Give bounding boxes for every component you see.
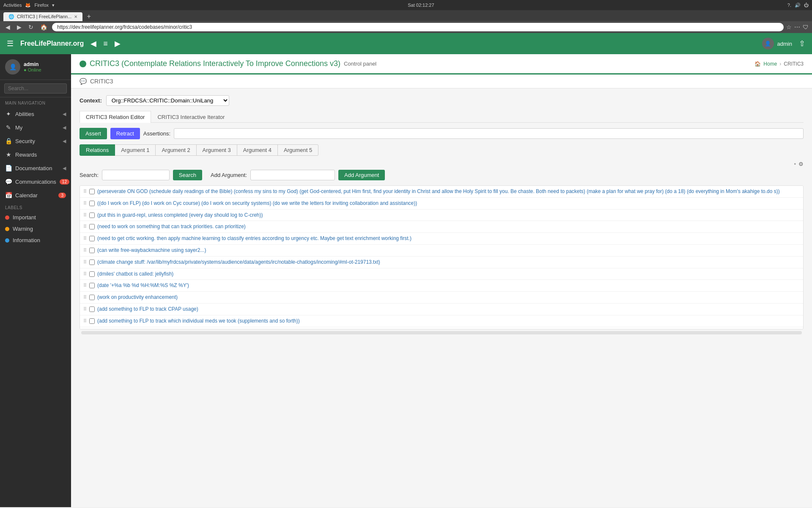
list-item: ⠿ (climate change stuff: /var/lib/myfrdc… bbox=[80, 257, 803, 268]
main-nav-label: MAIN NAVIGATION bbox=[0, 97, 71, 107]
nav-list-icon[interactable]: ≡ bbox=[103, 39, 108, 48]
drag-handle[interactable]: ⠿ bbox=[83, 318, 87, 324]
sub-header: 💬 CRITIC3 bbox=[71, 75, 812, 88]
hamburger-icon[interactable]: ☰ bbox=[7, 39, 14, 48]
drag-handle[interactable]: ⠿ bbox=[83, 271, 87, 277]
item-text[interactable]: (climate change stuff: /var/lib/myfrdcsa… bbox=[97, 259, 380, 266]
speaker-icon[interactable]: 🔊 bbox=[795, 3, 801, 8]
item-checkbox[interactable] bbox=[89, 201, 95, 206]
drag-handle[interactable]: ⠿ bbox=[83, 306, 87, 312]
item-checkbox[interactable] bbox=[89, 283, 95, 288]
search-button[interactable]: Search bbox=[173, 170, 202, 180]
rel-tab-arg3[interactable]: Argument 3 bbox=[196, 144, 237, 156]
sidebar-item-abilities[interactable]: ✦ Abilities ◀ bbox=[0, 107, 71, 121]
label-important[interactable]: Important bbox=[0, 212, 71, 223]
item-text[interactable]: (date '+%a %b %d %H:%M:%S %Z %Y') bbox=[97, 282, 189, 289]
bookmark-star-icon[interactable]: ☆ bbox=[786, 24, 792, 30]
nav-forward-icon[interactable]: ▶ bbox=[115, 39, 121, 48]
item-checkbox[interactable] bbox=[89, 306, 95, 312]
drag-handle[interactable]: ⠿ bbox=[83, 260, 87, 265]
item-text[interactable]: (need to work on something that can trac… bbox=[97, 223, 246, 230]
address-bar-row: ◀ ▶ ↻ 🏠 ☆ ⋯ 🛡 bbox=[0, 21, 812, 33]
item-checkbox[interactable] bbox=[89, 224, 95, 229]
add-argument-input[interactable] bbox=[250, 170, 335, 180]
rel-tab-arg2[interactable]: Argument 2 bbox=[155, 144, 196, 156]
rel-tab-arg4[interactable]: Argument 4 bbox=[237, 144, 278, 156]
item-checkbox[interactable] bbox=[89, 248, 95, 253]
share-icon[interactable]: ⇧ bbox=[799, 39, 805, 48]
sidebar-item-rewards[interactable]: ★ Rewards bbox=[0, 148, 71, 161]
firefox-logo: 🦊 bbox=[25, 3, 31, 8]
header-avatar: 👤 bbox=[762, 38, 774, 50]
page-title: CRITIC3 (Contemplate Relations Interacti… bbox=[90, 59, 340, 68]
reload-button[interactable]: ↻ bbox=[26, 23, 36, 31]
drag-handle[interactable]: ⠿ bbox=[83, 224, 87, 229]
list-item: ⠿ (need to get crtic working. then apply… bbox=[80, 233, 803, 245]
item-text[interactable]: ((do I work on FLP) (do I work on Cyc co… bbox=[97, 200, 417, 207]
nav-back-icon[interactable]: ◀ bbox=[91, 39, 96, 48]
drag-handle[interactable]: ⠿ bbox=[83, 248, 87, 253]
power-icon[interactable]: ⏻ bbox=[804, 3, 809, 8]
header-username[interactable]: admin bbox=[777, 41, 792, 47]
tab-relation-editor[interactable]: CRITIC3 Relation Editor bbox=[80, 111, 151, 123]
main-content: Context: Org::FRDCSA::CRITIC::Domain::Un… bbox=[71, 88, 812, 343]
assert-button[interactable]: Assert bbox=[80, 128, 107, 139]
os-bar: Activities 🦊 Firefox ▾ Sat 02:12:27 ?. 🔊… bbox=[0, 0, 812, 10]
tab-bar: 🌐 CRITIC3 | FreeLifePlann... ✕ + bbox=[0, 12, 812, 21]
item-checkbox[interactable] bbox=[89, 260, 95, 265]
sidebar-item-calendar[interactable]: 📅 Calendar 3 bbox=[0, 188, 71, 202]
item-text[interactable]: (perseverate ON GOD (schedule daily read… bbox=[97, 188, 780, 195]
menu-dots-icon[interactable]: ⋯ bbox=[794, 24, 800, 30]
drag-handle[interactable]: ⠿ bbox=[83, 295, 87, 300]
shield-icon: 🛡 bbox=[803, 24, 809, 30]
item-text[interactable]: (need to get crtic working. then apply m… bbox=[97, 235, 411, 242]
new-tab-button[interactable]: + bbox=[84, 12, 93, 21]
drag-handle[interactable]: ⠿ bbox=[83, 283, 87, 288]
drag-handle[interactable]: ⠿ bbox=[83, 201, 87, 206]
item-text[interactable]: (dmiles' chatbot is called: jellyfish) bbox=[97, 271, 173, 278]
item-text[interactable]: (work on productivity enhancement) bbox=[97, 294, 178, 301]
drag-handle[interactable]: ⠿ bbox=[83, 236, 87, 241]
drag-handle[interactable]: ⠿ bbox=[83, 189, 87, 194]
breadcrumb-home-link[interactable]: Home bbox=[763, 61, 777, 67]
sidebar-item-communications[interactable]: 💬 Communications 12 bbox=[0, 175, 71, 188]
item-text[interactable]: (add something to FLP to track CPAP usag… bbox=[97, 306, 198, 313]
retract-button[interactable]: Retract bbox=[110, 128, 140, 139]
rel-tab-relations[interactable]: Relations bbox=[80, 144, 115, 156]
assertions-input[interactable] bbox=[174, 128, 804, 139]
item-checkbox[interactable] bbox=[89, 318, 95, 324]
label-information[interactable]: Information bbox=[0, 235, 71, 246]
tab-close-btn[interactable]: ✕ bbox=[74, 14, 77, 19]
home-button[interactable]: 🏠 bbox=[38, 23, 49, 31]
item-checkbox[interactable] bbox=[89, 189, 95, 194]
firefox-label[interactable]: Firefox bbox=[34, 3, 49, 8]
item-checkbox[interactable] bbox=[89, 295, 95, 300]
rel-tab-arg1[interactable]: Argument 1 bbox=[115, 144, 156, 156]
firefox-dropdown[interactable]: ▾ bbox=[52, 3, 55, 8]
browser-tab-active[interactable]: 🌐 CRITIC3 | FreeLifePlann... ✕ bbox=[3, 12, 82, 21]
activities-label[interactable]: Activities bbox=[3, 3, 22, 8]
breadcrumb: 🏠 Home › CRITIC3 bbox=[754, 61, 804, 67]
label-warning[interactable]: Warning bbox=[0, 223, 71, 235]
tab-interactive-iterator[interactable]: CRITIC3 Interactive Iterator bbox=[151, 111, 231, 123]
item-text[interactable]: (put this in guard-repl, unless complete… bbox=[97, 212, 263, 219]
context-select[interactable]: Org::FRDCSA::CRITIC::Domain::UniLang bbox=[106, 95, 229, 106]
item-text[interactable]: (can write free-waybackmachine using say… bbox=[97, 247, 206, 254]
item-checkbox[interactable] bbox=[89, 271, 95, 277]
gear-icon[interactable]: ⚙ bbox=[798, 161, 804, 167]
item-checkbox[interactable] bbox=[89, 236, 95, 241]
forward-button[interactable]: ▶ bbox=[15, 23, 24, 31]
sidebar-item-my[interactable]: ✎ My ◀ bbox=[0, 121, 71, 134]
add-argument-button[interactable]: Add Argument bbox=[338, 170, 385, 180]
item-checkbox[interactable] bbox=[89, 213, 95, 218]
rel-tab-arg5[interactable]: Argument 5 bbox=[277, 144, 318, 156]
drag-handle[interactable]: ⠿ bbox=[83, 213, 87, 218]
search-input[interactable] bbox=[102, 170, 170, 180]
url-bar[interactable] bbox=[52, 23, 784, 31]
back-button[interactable]: ◀ bbox=[3, 23, 12, 31]
sidebar-item-security[interactable]: 🔒 Security ◀ bbox=[0, 134, 71, 148]
sidebar-search-input[interactable] bbox=[4, 83, 67, 94]
security-arrow: ◀ bbox=[63, 138, 66, 144]
sidebar-item-documentation[interactable]: 📄 Documentation ◀ bbox=[0, 161, 71, 175]
item-text[interactable]: (add something to FLP to track which ind… bbox=[97, 318, 300, 325]
